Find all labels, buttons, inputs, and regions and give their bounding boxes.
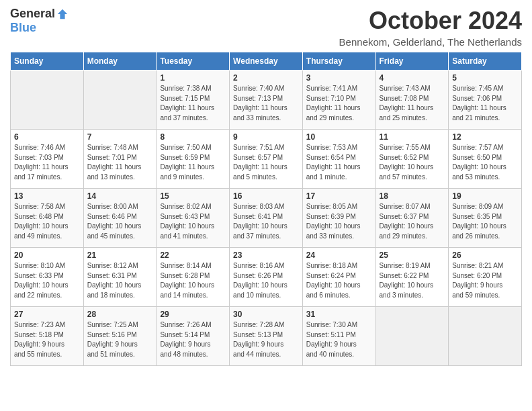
day-info: Sunrise: 7:46 AM Sunset: 7:03 PM Dayligh…	[14, 143, 80, 182]
calendar-cell: 9Sunrise: 7:51 AM Sunset: 6:57 PM Daylig…	[230, 130, 303, 189]
day-number: 22	[160, 250, 226, 260]
calendar-cell: 8Sunrise: 7:50 AM Sunset: 6:59 PM Daylig…	[157, 130, 230, 189]
day-info: Sunrise: 7:28 AM Sunset: 5:13 PM Dayligh…	[233, 320, 299, 359]
day-info: Sunrise: 7:50 AM Sunset: 6:59 PM Dayligh…	[160, 143, 226, 182]
calendar-cell: 13Sunrise: 7:58 AM Sunset: 6:48 PM Dayli…	[11, 189, 84, 248]
day-info: Sunrise: 8:00 AM Sunset: 6:46 PM Dayligh…	[87, 202, 153, 241]
calendar-cell	[375, 307, 449, 366]
week-row-2: 6Sunrise: 7:46 AM Sunset: 7:03 PM Daylig…	[11, 130, 522, 189]
day-number: 25	[380, 250, 445, 260]
day-info: Sunrise: 8:02 AM Sunset: 6:43 PM Dayligh…	[160, 202, 226, 241]
calendar-cell: 17Sunrise: 8:05 AM Sunset: 6:39 PM Dayli…	[302, 189, 375, 248]
logo: General Blue	[10, 7, 69, 35]
day-info: Sunrise: 8:21 AM Sunset: 6:20 PM Dayligh…	[452, 261, 518, 300]
calendar-cell: 26Sunrise: 8:21 AM Sunset: 6:20 PM Dayli…	[449, 248, 522, 307]
day-info: Sunrise: 8:03 AM Sunset: 6:41 PM Dayligh…	[233, 202, 299, 241]
day-info: Sunrise: 7:58 AM Sunset: 6:48 PM Dayligh…	[14, 202, 80, 241]
day-info: Sunrise: 7:45 AM Sunset: 7:06 PM Dayligh…	[452, 84, 518, 123]
calendar-cell	[83, 71, 157, 130]
day-info: Sunrise: 7:23 AM Sunset: 5:18 PM Dayligh…	[14, 320, 80, 359]
day-number: 15	[160, 191, 226, 201]
day-number: 24	[306, 250, 372, 260]
day-info: Sunrise: 8:16 AM Sunset: 6:26 PM Dayligh…	[233, 261, 299, 300]
day-number: 1	[160, 73, 226, 83]
day-info: Sunrise: 7:48 AM Sunset: 7:01 PM Dayligh…	[87, 143, 153, 182]
day-number: 29	[160, 310, 226, 319]
day-info: Sunrise: 7:51 AM Sunset: 6:57 PM Dayligh…	[233, 143, 299, 182]
day-info: Sunrise: 7:43 AM Sunset: 7:08 PM Dayligh…	[380, 84, 445, 123]
calendar-cell: 23Sunrise: 8:16 AM Sunset: 6:26 PM Dayli…	[230, 248, 303, 307]
day-info: Sunrise: 7:53 AM Sunset: 6:54 PM Dayligh…	[306, 143, 372, 182]
day-number: 30	[233, 310, 299, 319]
calendar-table: SundayMondayTuesdayWednesdayThursdayFrid…	[10, 52, 522, 366]
weekday-header-wednesday: Wednesday	[230, 52, 303, 71]
week-row-3: 13Sunrise: 7:58 AM Sunset: 6:48 PM Dayli…	[11, 189, 522, 248]
calendar-cell: 14Sunrise: 8:00 AM Sunset: 6:46 PM Dayli…	[83, 189, 157, 248]
day-number: 2	[233, 73, 299, 83]
day-info: Sunrise: 8:10 AM Sunset: 6:33 PM Dayligh…	[14, 261, 80, 300]
day-number: 21	[87, 250, 153, 260]
day-info: Sunrise: 8:18 AM Sunset: 6:24 PM Dayligh…	[306, 261, 372, 300]
calendar-cell: 30Sunrise: 7:28 AM Sunset: 5:13 PM Dayli…	[230, 307, 303, 366]
day-info: Sunrise: 7:26 AM Sunset: 5:14 PM Dayligh…	[160, 320, 226, 359]
calendar-cell: 27Sunrise: 7:23 AM Sunset: 5:18 PM Dayli…	[11, 307, 84, 366]
day-number: 27	[14, 310, 80, 319]
day-info: Sunrise: 8:19 AM Sunset: 6:22 PM Dayligh…	[380, 261, 445, 300]
calendar-cell: 4Sunrise: 7:43 AM Sunset: 7:08 PM Daylig…	[375, 71, 449, 130]
day-info: Sunrise: 7:25 AM Sunset: 5:16 PM Dayligh…	[87, 320, 153, 359]
day-number: 10	[306, 132, 372, 142]
day-number: 19	[452, 191, 518, 201]
svg-marker-0	[58, 9, 67, 18]
month-title: October 2024	[339, 7, 522, 35]
calendar-cell: 20Sunrise: 8:10 AM Sunset: 6:33 PM Dayli…	[11, 248, 84, 307]
calendar-cell	[11, 71, 84, 130]
calendar-cell: 7Sunrise: 7:48 AM Sunset: 7:01 PM Daylig…	[83, 130, 157, 189]
calendar-cell: 10Sunrise: 7:53 AM Sunset: 6:54 PM Dayli…	[302, 130, 375, 189]
header: General Blue October 2024 Bennekom, Geld…	[10, 7, 522, 48]
calendar-cell: 31Sunrise: 7:30 AM Sunset: 5:11 PM Dayli…	[302, 307, 375, 366]
page: General Blue October 2024 Bennekom, Geld…	[0, 0, 532, 373]
calendar-cell: 1Sunrise: 7:38 AM Sunset: 7:15 PM Daylig…	[157, 71, 230, 130]
day-number: 28	[87, 310, 153, 319]
weekday-header-friday: Friday	[375, 52, 449, 71]
day-number: 14	[87, 191, 153, 201]
day-info: Sunrise: 7:57 AM Sunset: 6:50 PM Dayligh…	[452, 143, 518, 182]
calendar-cell: 12Sunrise: 7:57 AM Sunset: 6:50 PM Dayli…	[449, 130, 522, 189]
day-number: 8	[160, 132, 226, 142]
day-info: Sunrise: 7:40 AM Sunset: 7:13 PM Dayligh…	[233, 84, 299, 123]
calendar-cell: 15Sunrise: 8:02 AM Sunset: 6:43 PM Dayli…	[157, 189, 230, 248]
title-block: October 2024 Bennekom, Gelderland, The N…	[339, 7, 522, 48]
subtitle: Bennekom, Gelderland, The Netherlands	[339, 36, 522, 48]
day-info: Sunrise: 8:05 AM Sunset: 6:39 PM Dayligh…	[306, 202, 372, 241]
day-number: 7	[87, 132, 153, 142]
day-info: Sunrise: 8:07 AM Sunset: 6:37 PM Dayligh…	[380, 202, 445, 241]
weekday-header-monday: Monday	[83, 52, 157, 71]
calendar-cell: 11Sunrise: 7:55 AM Sunset: 6:52 PM Dayli…	[375, 130, 449, 189]
week-row-1: 1Sunrise: 7:38 AM Sunset: 7:15 PM Daylig…	[11, 71, 522, 130]
calendar-header: SundayMondayTuesdayWednesdayThursdayFrid…	[11, 52, 522, 71]
calendar-cell: 18Sunrise: 8:07 AM Sunset: 6:37 PM Dayli…	[375, 189, 449, 248]
day-number: 6	[14, 132, 80, 142]
day-number: 23	[233, 250, 299, 260]
calendar-cell: 3Sunrise: 7:41 AM Sunset: 7:10 PM Daylig…	[302, 71, 375, 130]
calendar-cell: 28Sunrise: 7:25 AM Sunset: 5:16 PM Dayli…	[83, 307, 157, 366]
weekday-row: SundayMondayTuesdayWednesdayThursdayFrid…	[11, 52, 522, 71]
day-number: 9	[233, 132, 299, 142]
weekday-header-saturday: Saturday	[449, 52, 522, 71]
day-number: 5	[452, 73, 518, 83]
week-row-5: 27Sunrise: 7:23 AM Sunset: 5:18 PM Dayli…	[11, 307, 522, 366]
calendar-cell: 6Sunrise: 7:46 AM Sunset: 7:03 PM Daylig…	[11, 130, 84, 189]
calendar-cell: 5Sunrise: 7:45 AM Sunset: 7:06 PM Daylig…	[449, 71, 522, 130]
calendar-cell	[449, 307, 522, 366]
calendar-cell: 2Sunrise: 7:40 AM Sunset: 7:13 PM Daylig…	[230, 71, 303, 130]
day-number: 11	[380, 132, 445, 142]
day-number: 20	[14, 250, 80, 260]
day-number: 18	[380, 191, 445, 201]
day-info: Sunrise: 7:38 AM Sunset: 7:15 PM Dayligh…	[160, 84, 226, 123]
week-row-4: 20Sunrise: 8:10 AM Sunset: 6:33 PM Dayli…	[11, 248, 522, 307]
day-number: 4	[380, 73, 445, 83]
calendar-cell: 29Sunrise: 7:26 AM Sunset: 5:14 PM Dayli…	[157, 307, 230, 366]
logo-general: General	[10, 7, 55, 21]
weekday-header-sunday: Sunday	[11, 52, 84, 71]
day-info: Sunrise: 8:09 AM Sunset: 6:35 PM Dayligh…	[452, 202, 518, 241]
